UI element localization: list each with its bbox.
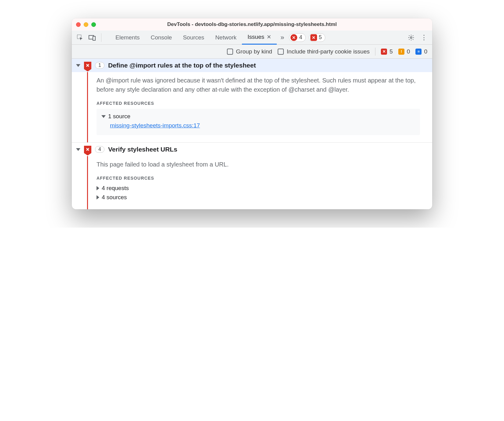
sources-summary: 1 source [108, 113, 130, 120]
source-link[interactable]: missing-stylesheets-imports.css:17 [110, 122, 200, 129]
sources-summary: 4 sources [102, 194, 127, 201]
issue-header[interactable]: 1 Define @import rules at the top of the… [72, 59, 432, 72]
issue-count-badge: 1 [95, 62, 104, 69]
info-filter-count[interactable]: ≡ 0 [415, 48, 427, 55]
affected-resources-label: AFFECTED RESOURCES [97, 101, 420, 106]
devtools-window: DevTools - devtools-dbg-stories.netlify.… [72, 18, 432, 209]
error-icon: ✕ [381, 49, 387, 55]
tab-label: Console [151, 34, 172, 41]
tab-issues[interactable]: Issues ✕ [242, 31, 277, 45]
collapse-icon [97, 186, 99, 190]
inspect-element-icon[interactable] [75, 32, 85, 43]
device-toolbar-icon[interactable] [87, 32, 97, 43]
tab-label: Sources [183, 34, 204, 41]
issue-title: Verify stylesheet URLs [108, 146, 177, 153]
separator [375, 48, 375, 56]
tab-sources[interactable]: Sources [177, 31, 210, 45]
expand-icon [76, 64, 80, 67]
include-third-party-checkbox[interactable]: Include third-party cookie issues [278, 48, 370, 55]
issue-description: An @import rule was ignored because it w… [97, 76, 420, 94]
issue-error-icon: ✕ [310, 34, 317, 41]
window-title: DevTools - devtools-dbg-stories.netlify.… [72, 21, 432, 27]
group-by-kind-checkbox[interactable]: Group by kind [227, 48, 272, 55]
tab-elements[interactable]: Elements [110, 31, 145, 45]
issue-body: This page failed to load a stylesheet fr… [87, 156, 432, 209]
tab-label: Elements [115, 34, 140, 41]
checkbox-icon [227, 49, 233, 55]
issue-description: This page failed to load a stylesheet fr… [97, 160, 420, 169]
close-window-button[interactable] [76, 22, 81, 27]
error-count-pill[interactable]: ✕ 4 [289, 33, 305, 42]
error-icon: ✕ [290, 34, 297, 41]
requests-toggle[interactable]: 4 requests [97, 184, 420, 193]
issue-item: 4 Verify stylesheet URLs This page faile… [72, 143, 432, 209]
window-controls [76, 22, 96, 27]
warning-icon: ! [398, 49, 404, 55]
issue-count: 5 [319, 34, 322, 41]
settings-icon[interactable] [405, 34, 417, 41]
expand-icon [76, 148, 80, 151]
checkbox-label: Include third-party cookie issues [287, 48, 370, 55]
error-flag-icon [84, 146, 91, 153]
panel-tabs: Elements Console Sources Network Issues … [110, 31, 277, 45]
close-icon[interactable]: ✕ [267, 34, 271, 40]
issue-count-badge: 4 [95, 146, 104, 153]
minimize-window-button[interactable] [84, 22, 88, 27]
issue-body: An @import rule was ignored because it w… [87, 72, 432, 142]
expand-icon [101, 115, 106, 118]
error-count: 4 [299, 34, 302, 41]
issue-count-pill[interactable]: ✕ 5 [309, 33, 325, 42]
source-link-row: missing-stylesheets-imports.css:17 [101, 121, 415, 130]
tab-network[interactable]: Network [210, 31, 242, 45]
main-tabstrip: Elements Console Sources Network Issues … [72, 31, 432, 45]
sources-toggle[interactable]: 1 source [101, 112, 415, 121]
zoom-window-button[interactable] [91, 22, 96, 27]
info-icon: ≡ [415, 49, 422, 55]
affected-resources-label: AFFECTED RESOURCES [97, 176, 420, 181]
separator [101, 33, 101, 42]
svg-rect-2 [93, 36, 95, 40]
count-value: 0 [424, 48, 427, 55]
error-filter-count[interactable]: ✕ 5 [381, 48, 393, 55]
error-flag-icon [84, 62, 91, 69]
count-value: 5 [389, 48, 393, 55]
affected-resources-box: 1 source missing-stylesheets-imports.css… [97, 109, 420, 135]
issue-header[interactable]: 4 Verify stylesheet URLs [72, 143, 432, 156]
warning-filter-count[interactable]: ! 0 [398, 48, 410, 55]
more-options-icon[interactable]: ⋮ [419, 34, 429, 42]
titlebar: DevTools - devtools-dbg-stories.netlify.… [72, 18, 432, 31]
tab-label: Network [215, 34, 237, 41]
count-value: 0 [407, 48, 410, 55]
tab-console[interactable]: Console [145, 31, 177, 45]
checkbox-icon [278, 49, 284, 55]
issues-filter-bar: Group by kind Include third-party cookie… [72, 45, 432, 59]
more-tabs-icon[interactable]: » [279, 34, 286, 42]
collapse-icon [97, 195, 99, 200]
svg-point-3 [410, 37, 412, 38]
requests-summary: 4 requests [102, 185, 129, 192]
issue-title: Define @import rules at the top of the s… [108, 62, 256, 69]
sources-toggle[interactable]: 4 sources [97, 193, 420, 202]
tab-label: Issues [247, 34, 264, 40]
issue-item: 1 Define @import rules at the top of the… [72, 59, 432, 143]
checkbox-label: Group by kind [236, 48, 272, 55]
